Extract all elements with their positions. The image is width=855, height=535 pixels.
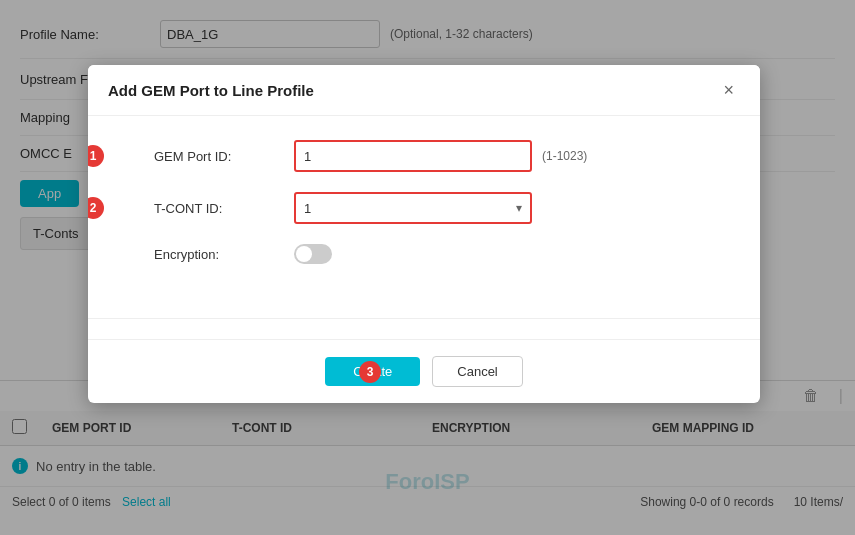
- gem-port-id-row: 1 GEM Port ID: (1-1023): [118, 140, 730, 172]
- step2-badge: 2: [88, 197, 104, 219]
- modal-divider: [88, 318, 760, 319]
- encryption-toggle[interactable]: [294, 244, 332, 264]
- tcont-select-wrap: 1 2 3 4: [294, 192, 532, 224]
- tcont-id-select[interactable]: 1 2 3 4: [294, 192, 532, 224]
- add-gem-port-modal: Add GEM Port to Line Profile × 1 GEM Por…: [88, 65, 760, 403]
- tcont-id-row: 2 T-CONT ID: 1 2 3 4: [118, 192, 730, 224]
- step1-badge: 1: [88, 145, 104, 167]
- gem-port-id-hint: (1-1023): [542, 149, 587, 163]
- modal-header: Add GEM Port to Line Profile ×: [88, 65, 760, 116]
- modal-footer: 3 Create Cancel: [88, 339, 760, 403]
- encryption-toggle-knob: [296, 246, 312, 262]
- gem-port-id-input-wrap: (1-1023): [294, 140, 587, 172]
- modal-title: Add GEM Port to Line Profile: [108, 82, 314, 99]
- encryption-label: Encryption:: [154, 247, 294, 262]
- gem-port-id-label: GEM Port ID:: [154, 149, 294, 164]
- step3-badge: 3: [359, 361, 381, 383]
- tcont-id-label: T-CONT ID:: [154, 201, 294, 216]
- modal-close-button[interactable]: ×: [717, 79, 740, 101]
- gem-port-id-input[interactable]: [294, 140, 532, 172]
- encryption-row: Encryption:: [118, 244, 730, 264]
- cancel-button[interactable]: Cancel: [432, 356, 522, 387]
- modal-body: 1 GEM Port ID: (1-1023) 2 T-CONT ID: 1 2…: [88, 116, 760, 308]
